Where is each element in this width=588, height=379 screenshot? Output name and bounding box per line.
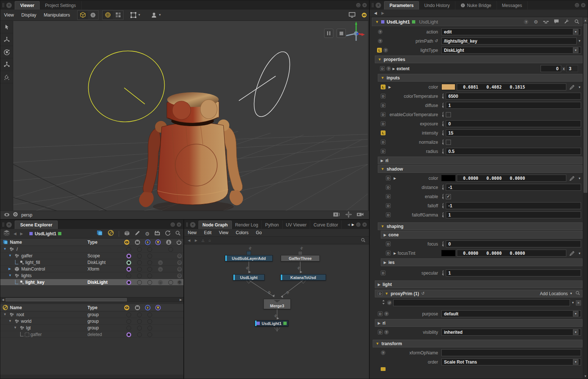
tab-python[interactable]: Python xyxy=(262,221,282,229)
expand-arrow-icon[interactable]: ▼ xyxy=(8,319,12,323)
revert-icon[interactable]: ↺ xyxy=(421,291,424,296)
tab-parameters[interactable]: Parameters xyxy=(384,1,419,10)
scene-row-light-fill[interactable]: light_fill DiskLight ☼ ⏼ xyxy=(0,259,183,266)
power-column-icon[interactable] xyxy=(176,239,182,246)
look-through-camera-icon[interactable] xyxy=(357,212,364,218)
xformopname-input[interactable] xyxy=(441,349,581,356)
live-render-toggle[interactable] xyxy=(147,332,152,337)
live-render-toggle[interactable] xyxy=(147,260,152,265)
search-icon[interactable] xyxy=(175,230,180,237)
solo-light-icon[interactable]: ☼ xyxy=(158,280,163,285)
hinge-icon[interactable] xyxy=(441,185,444,190)
tab-scroll-left-icon[interactable]: ◀ xyxy=(347,223,350,226)
group-ies[interactable]: ▶ies xyxy=(381,258,582,266)
layers-icon[interactable] xyxy=(3,230,10,237)
visibility-select[interactable]: inherited▼ xyxy=(441,329,581,336)
live-render-toggle[interactable] xyxy=(147,319,152,324)
proxyprim-search-icon[interactable] xyxy=(576,291,580,296)
group-properties[interactable]: ▼properties xyxy=(375,56,582,63)
group-shadow[interactable]: ▼shadow xyxy=(378,165,582,173)
reorder-icon[interactable] xyxy=(381,300,386,306)
expand-arrow-icon[interactable]: ▼ xyxy=(14,326,17,329)
solo-light-column-icon[interactable] xyxy=(155,305,161,312)
render-column-icon[interactable] xyxy=(135,305,140,312)
viewport-3d[interactable] xyxy=(13,21,368,211)
clipped-field[interactable] xyxy=(526,372,564,372)
focus-input[interactable]: 0 xyxy=(446,240,581,247)
render-toggle[interactable] xyxy=(137,273,142,278)
tab-undo-history[interactable]: Undo History xyxy=(419,1,455,10)
visibility-column-icon[interactable] xyxy=(124,305,130,312)
live-render-toggle[interactable] xyxy=(147,312,152,317)
hinge-icon[interactable] xyxy=(441,93,444,99)
group-inputs[interactable]: ▼inputs xyxy=(378,74,582,82)
scene-row-gaffer[interactable]: ▼ gaffer Scope ⏼ xyxy=(0,253,183,259)
visibility-column-icon[interactable] xyxy=(124,239,130,246)
visibility-toggle[interactable] xyxy=(126,332,131,337)
tab-nuke-bridge[interactable]: Nuke Bridge xyxy=(455,1,497,10)
mute-light-column-icon[interactable] xyxy=(166,239,172,246)
render-toggle[interactable] xyxy=(137,254,142,258)
expand-arrow-icon[interactable]: ▼ xyxy=(8,273,12,277)
solo-light-icon[interactable]: ☼ xyxy=(158,267,163,272)
power-toggle-icon[interactable]: ⏼ xyxy=(177,267,182,272)
wireframe-lights-icon[interactable] xyxy=(103,11,113,19)
colortemperature-input[interactable]: 6500 xyxy=(446,93,581,100)
render-toggle[interactable] xyxy=(137,267,142,272)
enablecolortemperature-checkbox[interactable] xyxy=(446,112,451,117)
focustint-rgb-field[interactable]: 0.0000 0.0000 0.0000 xyxy=(457,250,566,257)
expand-node-icon[interactable]: ▼ xyxy=(375,20,379,24)
color-picker-pen-icon[interactable] xyxy=(570,176,574,182)
history-back-icon[interactable]: ◀ xyxy=(14,232,17,236)
monitor-icon[interactable] xyxy=(348,12,356,18)
exposure-input[interactable]: 0 xyxy=(446,120,581,127)
katana-swirl-icon[interactable] xyxy=(108,230,114,237)
node-usdsublayeradd[interactable]: UsdSubLayerAdd xyxy=(225,255,273,261)
render-toggle[interactable] xyxy=(137,260,142,265)
column-name-header[interactable]: Name xyxy=(10,305,22,310)
intensity-input[interactable]: 15 xyxy=(446,129,581,136)
primpath-input[interactable]: /lights/light_key xyxy=(441,37,577,44)
render-toggle[interactable] xyxy=(137,326,142,330)
proxyprim-path-input[interactable] xyxy=(393,299,570,306)
panel-maximize-icon[interactable]: ◻ xyxy=(356,222,361,227)
quad-view-icon[interactable] xyxy=(113,11,123,19)
distance-input[interactable]: -1 xyxy=(446,184,581,191)
render-toggle[interactable] xyxy=(137,280,142,285)
graph-search-icon[interactable] xyxy=(361,237,365,244)
visibility-toggle[interactable] xyxy=(126,273,131,278)
live-render-column-icon[interactable] xyxy=(145,305,151,312)
live-render-toggle[interactable] xyxy=(147,267,152,272)
graph-menu-new[interactable]: New xyxy=(184,230,200,235)
scrollbar-thumb[interactable] xyxy=(6,298,127,301)
camera-name-label[interactable]: persp xyxy=(21,212,32,218)
params-node-header[interactable]: ▼ UsdLight1 UsdLight ? ⚙ xyxy=(372,18,582,26)
dropdown-arrow-icon[interactable]: ▼ xyxy=(578,86,581,89)
power-toggle-icon[interactable]: ⏼ xyxy=(177,254,182,258)
translate-tool-icon[interactable] xyxy=(0,33,13,46)
expand-icon[interactable]: ▶ xyxy=(392,67,395,71)
graph-menu-view[interactable]: View xyxy=(215,230,232,235)
add-locations-button[interactable]: Add Locations▼ xyxy=(540,291,573,296)
mute-toggle[interactable] xyxy=(168,280,173,285)
tab-curve-editor[interactable]: Curve Editor xyxy=(310,221,342,229)
input-stub[interactable] xyxy=(247,251,251,255)
render-toggle[interactable] xyxy=(137,312,142,317)
params-back-icon[interactable]: ◀ xyxy=(374,11,377,15)
help-icon[interactable]: ? xyxy=(386,66,391,71)
expand-icon[interactable]: ▶ xyxy=(394,251,396,255)
focustint-swatch[interactable] xyxy=(441,250,455,256)
solo-light-column-icon[interactable] xyxy=(155,239,161,246)
visibility-toggle[interactable] xyxy=(126,254,131,258)
panel-grip[interactable] xyxy=(3,222,4,227)
scene-row-root2[interactable]: ▼ root group xyxy=(0,311,183,318)
color-picker-pen-icon[interactable] xyxy=(570,251,574,257)
visibility-toggle[interactable] xyxy=(126,247,131,252)
dropdown-arrow-icon[interactable]: ▼ xyxy=(578,177,581,180)
power-toggle-icon[interactable]: ⏼ xyxy=(177,273,182,278)
radius-input[interactable]: 0.5 xyxy=(446,148,581,155)
hinge-icon[interactable] xyxy=(441,194,444,199)
selection-mode-icon[interactable]: ▼ xyxy=(128,12,143,18)
settings-gear-icon[interactable]: ⚙ xyxy=(145,231,150,237)
hinge-icon[interactable] xyxy=(441,212,444,218)
